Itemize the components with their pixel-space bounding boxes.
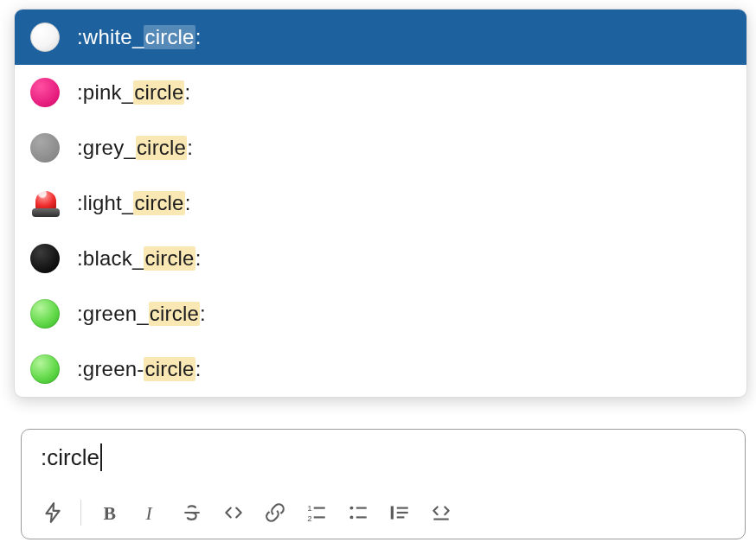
text-cursor	[100, 443, 102, 471]
emoji-glyph	[30, 244, 77, 273]
italic-button[interactable]: I	[131, 494, 170, 532]
emoji-label: :green-circle:	[77, 357, 202, 381]
emoji-label: :pink_circle:	[77, 80, 190, 105]
green-circle-icon	[30, 299, 60, 329]
emoji-label-suffix: :	[195, 25, 202, 49]
toolbar-divider	[80, 500, 81, 526]
black-circle-icon	[30, 244, 60, 273]
code-block-icon	[430, 501, 452, 524]
emoji-label-prefix: :pink_	[77, 80, 133, 105]
emoji-label: :grey_circle:	[77, 136, 193, 160]
emoji-option-black_circle[interactable]: :black_circle:	[15, 231, 746, 286]
emoji-label-match: circle	[136, 136, 187, 160]
pink-circle-icon	[30, 78, 60, 107]
ordered-list-icon: 1 2	[305, 501, 328, 524]
emoji-label-match: circle	[144, 246, 195, 271]
svg-text:B: B	[104, 503, 116, 524]
emoji-label-prefix: :white_	[77, 25, 144, 49]
blockquote-button[interactable]	[381, 494, 419, 532]
emoji-label-match: circle	[144, 357, 195, 381]
emoji-label-prefix: :grey_	[77, 136, 136, 160]
emoji-label-suffix: :	[200, 302, 206, 326]
code-block-button[interactable]	[422, 494, 460, 532]
code-icon	[222, 501, 245, 524]
emoji-option-pink_circle[interactable]: :pink_circle:	[15, 65, 746, 120]
emoji-glyph	[30, 78, 77, 107]
svg-text:2: 2	[307, 514, 311, 523]
grey-circle-icon	[30, 133, 60, 163]
emoji-label-match: circle	[149, 302, 200, 326]
emoji-label-prefix: :green-	[77, 357, 144, 381]
emoji-label-suffix: :	[185, 191, 191, 215]
italic-icon: I	[139, 501, 162, 524]
svg-text:I: I	[145, 503, 154, 524]
emoji-label-suffix: :	[195, 357, 202, 381]
emoji-label: :black_circle:	[77, 246, 202, 271]
siren-icon	[30, 188, 61, 219]
link-button[interactable]	[256, 494, 294, 532]
white-circle-icon	[30, 22, 60, 52]
emoji-label-match: circle	[133, 191, 184, 215]
bulleted-list-icon	[347, 501, 369, 524]
svg-text:1: 1	[307, 503, 311, 513]
message-input[interactable]: :circle	[22, 430, 745, 490]
code-button[interactable]	[215, 494, 253, 532]
emoji-option-green-circle[interactable]: :green-circle:	[15, 341, 746, 397]
app-root: :circle B I	[21, 0, 753, 555]
bold-icon: B	[98, 501, 120, 524]
emoji-label: :green_circle:	[77, 302, 206, 326]
emoji-option-green_circle[interactable]: :green_circle:	[15, 286, 746, 341]
emoji-autocomplete-popup: :white_circle::pink_circle::grey_circle:…	[14, 9, 747, 398]
emoji-label-suffix: :	[184, 80, 190, 105]
ordered-list-button[interactable]: 1 2	[298, 494, 336, 532]
green-circle-icon	[30, 354, 60, 384]
emoji-label-match: circle	[144, 25, 195, 49]
blockquote-icon	[388, 501, 411, 524]
emoji-label-prefix: :black_	[77, 246, 144, 271]
input-text-typed: circle	[47, 444, 99, 471]
formatting-toolbar: B I	[22, 490, 745, 539]
emoji-label-suffix: :	[195, 246, 202, 271]
bold-button[interactable]: B	[90, 494, 128, 532]
emoji-option-light_circle[interactable]: :light_circle:	[15, 175, 746, 231]
emoji-label-prefix: :green_	[77, 302, 149, 326]
emoji-label-suffix: :	[187, 136, 193, 160]
emoji-label-match: circle	[133, 80, 184, 105]
svg-point-7	[349, 515, 353, 519]
emoji-option-grey_circle[interactable]: :grey_circle:	[15, 120, 746, 175]
message-composer: :circle B I	[21, 429, 746, 539]
emoji-glyph	[30, 22, 77, 52]
emoji-label: :light_circle:	[77, 191, 191, 215]
shortcuts-button[interactable]	[34, 494, 72, 532]
emoji-glyph	[30, 188, 77, 219]
emoji-label: :white_circle:	[77, 25, 202, 49]
emoji-option-white_circle[interactable]: :white_circle:	[15, 10, 746, 65]
emoji-glyph	[30, 133, 77, 163]
emoji-glyph	[30, 354, 77, 384]
strikethrough-button[interactable]	[173, 494, 211, 532]
bulleted-list-button[interactable]	[339, 494, 377, 532]
emoji-label-prefix: :light_	[77, 191, 133, 215]
lightning-icon	[42, 501, 64, 524]
strikethrough-icon	[181, 501, 203, 524]
input-text-prefix: :	[41, 444, 47, 471]
link-icon	[264, 501, 286, 524]
svg-point-6	[349, 507, 353, 510]
emoji-glyph	[30, 299, 77, 329]
